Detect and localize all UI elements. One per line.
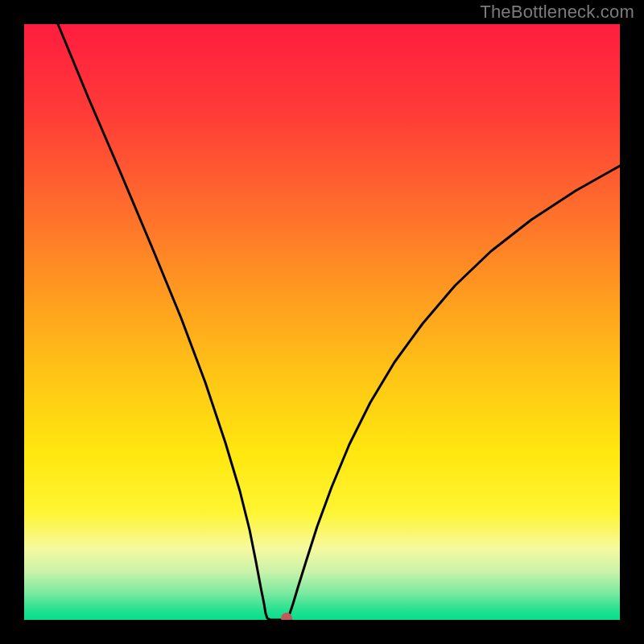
- optimal-point-marker: [281, 613, 292, 620]
- chart-frame: TheBottleneck.com: [0, 0, 644, 644]
- bottleneck-curve: [24, 24, 620, 620]
- watermark-text: TheBottleneck.com: [480, 2, 634, 23]
- plot-area: [24, 24, 620, 620]
